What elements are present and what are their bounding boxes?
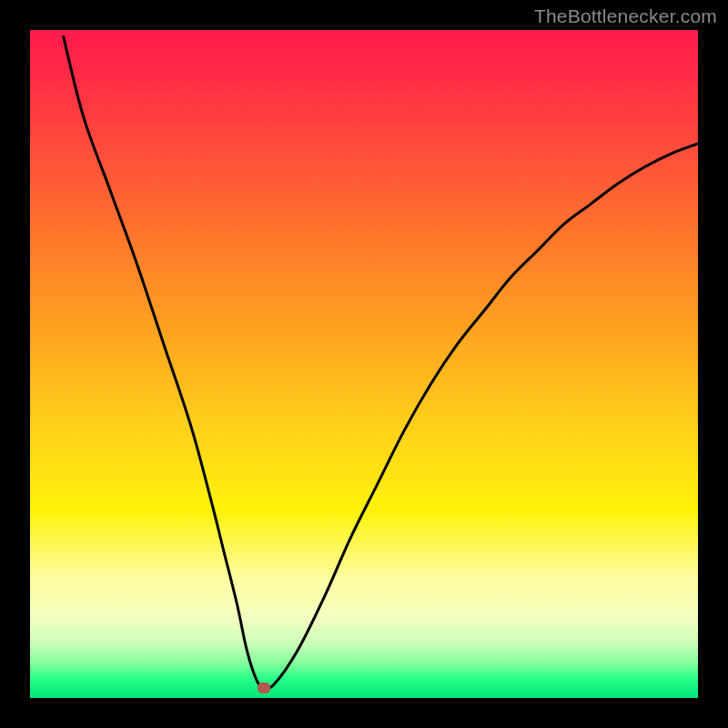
minimum-marker <box>258 682 270 693</box>
bottleneck-curve <box>30 30 698 698</box>
chart-frame: TheBottlenecker.com <box>0 0 728 728</box>
plot-area <box>30 30 698 698</box>
watermark-text: TheBottlenecker.com <box>534 5 717 27</box>
